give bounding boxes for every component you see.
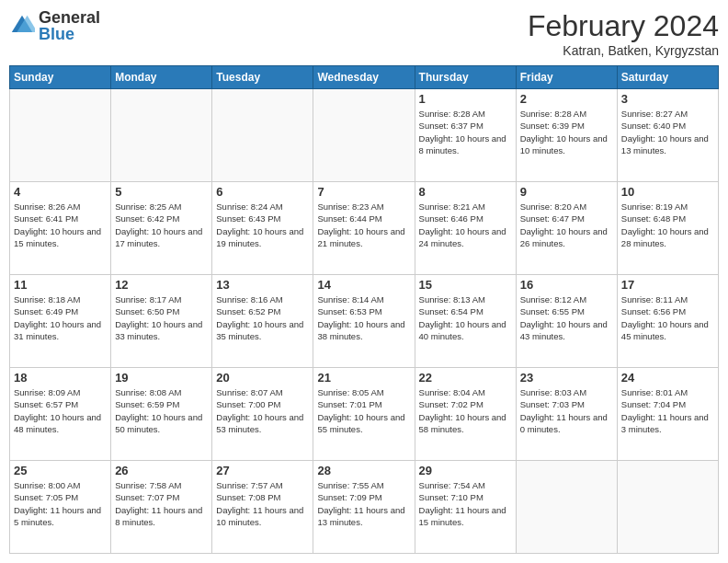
- day-info: Sunrise: 8:03 AM Sunset: 7:03 PM Dayligh…: [520, 386, 613, 435]
- calendar-cell: 19Sunrise: 8:08 AM Sunset: 6:59 PM Dayli…: [111, 368, 212, 461]
- header: General Blue February 2024 Katran, Batke…: [9, 9, 719, 58]
- day-number: 19: [115, 371, 208, 385]
- week-row-4: 25Sunrise: 8:00 AM Sunset: 7:05 PM Dayli…: [10, 461, 719, 554]
- calendar-cell: [111, 89, 212, 182]
- day-number: 12: [115, 278, 208, 292]
- day-number: 5: [115, 185, 208, 199]
- day-number: 27: [216, 464, 309, 477]
- calendar-cell: 23Sunrise: 8:03 AM Sunset: 7:03 PM Dayli…: [516, 368, 617, 461]
- day-number: 26: [115, 464, 208, 477]
- week-row-0: 1Sunrise: 8:28 AM Sunset: 6:37 PM Daylig…: [10, 89, 719, 182]
- day-number: 10: [621, 185, 714, 199]
- calendar-cell: [10, 89, 111, 182]
- day-info: Sunrise: 8:05 AM Sunset: 7:01 PM Dayligh…: [317, 386, 410, 435]
- calendar-cell: 1Sunrise: 8:28 AM Sunset: 6:37 PM Daylig…: [415, 89, 516, 182]
- week-row-1: 4Sunrise: 8:26 AM Sunset: 6:41 PM Daylig…: [10, 182, 719, 275]
- day-info: Sunrise: 8:07 AM Sunset: 7:00 PM Dayligh…: [216, 386, 309, 435]
- calendar-title: February 2024: [528, 9, 719, 43]
- calendar-cell: 6Sunrise: 8:24 AM Sunset: 6:43 PM Daylig…: [212, 182, 313, 275]
- calendar-table: Sunday Monday Tuesday Wednesday Thursday…: [9, 65, 719, 554]
- day-number: 20: [216, 371, 309, 385]
- day-info: Sunrise: 8:18 AM Sunset: 6:49 PM Dayligh…: [14, 293, 107, 342]
- day-number: 15: [419, 278, 512, 292]
- day-number: 11: [14, 278, 107, 292]
- day-number: 6: [216, 185, 309, 199]
- calendar-cell: 22Sunrise: 8:04 AM Sunset: 7:02 PM Dayli…: [415, 368, 516, 461]
- day-info: Sunrise: 8:28 AM Sunset: 6:37 PM Dayligh…: [419, 108, 512, 156]
- day-number: 18: [14, 371, 107, 385]
- day-info: Sunrise: 8:09 AM Sunset: 6:57 PM Dayligh…: [14, 386, 107, 435]
- day-info: Sunrise: 8:21 AM Sunset: 6:46 PM Dayligh…: [419, 201, 512, 249]
- logo-general-text: General: [39, 9, 100, 26]
- col-monday: Monday: [111, 66, 212, 89]
- day-info: Sunrise: 7:57 AM Sunset: 7:08 PM Dayligh…: [216, 479, 309, 528]
- day-info: Sunrise: 8:23 AM Sunset: 6:44 PM Dayligh…: [317, 201, 410, 249]
- day-number: 14: [317, 278, 410, 292]
- day-info: Sunrise: 7:55 AM Sunset: 7:09 PM Dayligh…: [317, 479, 410, 528]
- day-info: Sunrise: 8:28 AM Sunset: 6:39 PM Dayligh…: [520, 108, 613, 156]
- calendar-cell: 15Sunrise: 8:13 AM Sunset: 6:54 PM Dayli…: [415, 275, 516, 368]
- calendar-cell: 14Sunrise: 8:14 AM Sunset: 6:53 PM Dayli…: [313, 275, 415, 368]
- day-number: 3: [621, 92, 714, 106]
- calendar-cell: 10Sunrise: 8:19 AM Sunset: 6:48 PM Dayli…: [617, 182, 718, 275]
- day-info: Sunrise: 8:26 AM Sunset: 6:41 PM Dayligh…: [14, 201, 107, 249]
- day-info: Sunrise: 8:13 AM Sunset: 6:54 PM Dayligh…: [419, 293, 512, 342]
- day-info: Sunrise: 8:00 AM Sunset: 7:05 PM Dayligh…: [14, 479, 107, 528]
- calendar-cell: 29Sunrise: 7:54 AM Sunset: 7:10 PM Dayli…: [415, 461, 516, 554]
- calendar-cell: 11Sunrise: 8:18 AM Sunset: 6:49 PM Dayli…: [10, 275, 111, 368]
- day-info: Sunrise: 8:25 AM Sunset: 6:42 PM Dayligh…: [115, 201, 208, 249]
- calendar-cell: 9Sunrise: 8:20 AM Sunset: 6:47 PM Daylig…: [516, 182, 617, 275]
- logo-text: General Blue: [39, 9, 100, 42]
- calendar-cell: 20Sunrise: 8:07 AM Sunset: 7:00 PM Dayli…: [212, 368, 313, 461]
- calendar-cell: 3Sunrise: 8:27 AM Sunset: 6:40 PM Daylig…: [617, 89, 718, 182]
- logo-icon: [9, 13, 35, 39]
- calendar-cell: 7Sunrise: 8:23 AM Sunset: 6:44 PM Daylig…: [313, 182, 415, 275]
- calendar-cell: 21Sunrise: 8:05 AM Sunset: 7:01 PM Dayli…: [313, 368, 415, 461]
- calendar-cell: 28Sunrise: 7:55 AM Sunset: 7:09 PM Dayli…: [313, 461, 415, 554]
- header-row: Sunday Monday Tuesday Wednesday Thursday…: [10, 66, 719, 89]
- calendar-cell: 24Sunrise: 8:01 AM Sunset: 7:04 PM Dayli…: [617, 368, 718, 461]
- calendar-cell: 16Sunrise: 8:12 AM Sunset: 6:55 PM Dayli…: [516, 275, 617, 368]
- col-friday: Friday: [516, 66, 617, 89]
- day-number: 22: [419, 371, 512, 385]
- col-wednesday: Wednesday: [313, 66, 415, 89]
- calendar-cell: 13Sunrise: 8:16 AM Sunset: 6:52 PM Dayli…: [212, 275, 313, 368]
- day-info: Sunrise: 7:58 AM Sunset: 7:07 PM Dayligh…: [115, 479, 208, 528]
- day-number: 21: [317, 371, 410, 385]
- day-number: 23: [520, 371, 613, 385]
- calendar-cell: 17Sunrise: 8:11 AM Sunset: 6:56 PM Dayli…: [617, 275, 718, 368]
- day-info: Sunrise: 8:12 AM Sunset: 6:55 PM Dayligh…: [520, 293, 613, 342]
- day-number: 7: [317, 185, 410, 199]
- page: General Blue February 2024 Katran, Batke…: [0, 0, 728, 563]
- calendar-cell: 27Sunrise: 7:57 AM Sunset: 7:08 PM Dayli…: [212, 461, 313, 554]
- calendar-cell: [516, 461, 617, 554]
- calendar-cell: 26Sunrise: 7:58 AM Sunset: 7:07 PM Dayli…: [111, 461, 212, 554]
- calendar-cell: 5Sunrise: 8:25 AM Sunset: 6:42 PM Daylig…: [111, 182, 212, 275]
- calendar-cell: 4Sunrise: 8:26 AM Sunset: 6:41 PM Daylig…: [10, 182, 111, 275]
- day-info: Sunrise: 8:24 AM Sunset: 6:43 PM Dayligh…: [216, 201, 309, 249]
- col-thursday: Thursday: [415, 66, 516, 89]
- day-info: Sunrise: 8:08 AM Sunset: 6:59 PM Dayligh…: [115, 386, 208, 435]
- day-number: 2: [520, 92, 613, 106]
- day-number: 13: [216, 278, 309, 292]
- day-number: 9: [520, 185, 613, 199]
- day-number: 17: [621, 278, 714, 292]
- day-info: Sunrise: 8:01 AM Sunset: 7:04 PM Dayligh…: [621, 386, 714, 435]
- day-number: 25: [14, 464, 107, 477]
- calendar-cell: 8Sunrise: 8:21 AM Sunset: 6:46 PM Daylig…: [415, 182, 516, 275]
- col-sunday: Sunday: [10, 66, 111, 89]
- calendar-cell: 25Sunrise: 8:00 AM Sunset: 7:05 PM Dayli…: [10, 461, 111, 554]
- day-info: Sunrise: 8:16 AM Sunset: 6:52 PM Dayligh…: [216, 293, 309, 342]
- day-info: Sunrise: 8:14 AM Sunset: 6:53 PM Dayligh…: [317, 293, 410, 342]
- day-info: Sunrise: 8:20 AM Sunset: 6:47 PM Dayligh…: [520, 201, 613, 249]
- logo-blue-text: Blue: [39, 26, 100, 42]
- logo: General Blue: [9, 9, 100, 42]
- calendar-cell: [313, 89, 415, 182]
- calendar-cell: 12Sunrise: 8:17 AM Sunset: 6:50 PM Dayli…: [111, 275, 212, 368]
- col-tuesday: Tuesday: [212, 66, 313, 89]
- day-number: 28: [317, 464, 410, 477]
- calendar-cell: 18Sunrise: 8:09 AM Sunset: 6:57 PM Dayli…: [10, 368, 111, 461]
- day-info: Sunrise: 8:17 AM Sunset: 6:50 PM Dayligh…: [115, 293, 208, 342]
- day-number: 24: [621, 371, 714, 385]
- calendar-cell: 2Sunrise: 8:28 AM Sunset: 6:39 PM Daylig…: [516, 89, 617, 182]
